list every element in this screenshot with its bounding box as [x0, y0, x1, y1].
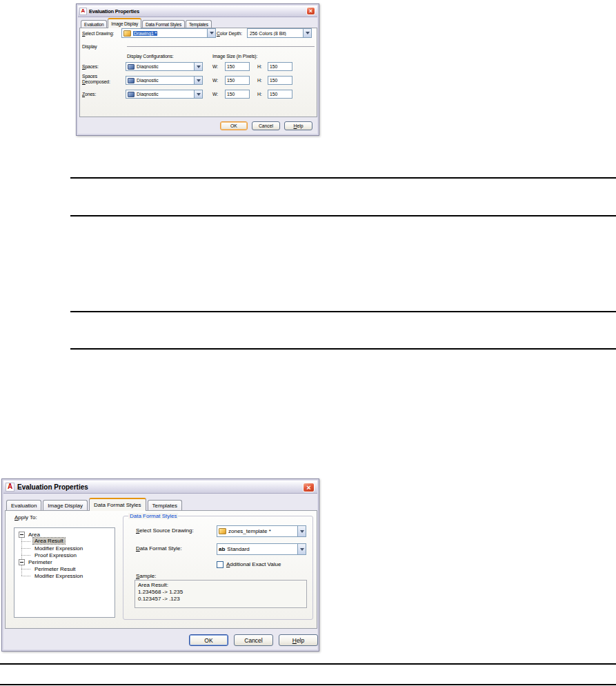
combo-dropdown-button[interactable] [194, 77, 202, 84]
tree-item-perimeter-result[interactable]: Perimeter Result [34, 566, 76, 572]
spaces-height-input[interactable] [268, 62, 292, 71]
tree-connector [21, 576, 30, 576]
additional-exact-value-label: Additional Exact Value [226, 562, 281, 568]
document-rule-3 [70, 311, 616, 312]
dialog-titlebar[interactable]: A Evaluation Properties × [3, 481, 317, 494]
sample-preview-box: Area Result: 1.234568 -> 1.235 0.123457 … [135, 580, 307, 608]
select-drawing-combo[interactable]: Drawing1 * [121, 28, 216, 38]
combo-dropdown-button[interactable] [303, 29, 311, 37]
display-configuration-icon [128, 78, 135, 83]
combo-dropdown-button[interactable] [207, 29, 215, 37]
source-drawing-value: zones_template * [228, 528, 297, 534]
dialog-titlebar[interactable]: A Evaluation Properties × [78, 6, 317, 17]
width-label: W: [212, 92, 218, 97]
display-configuration-icon [128, 64, 135, 70]
data-format-style-label: Data Format Style: [136, 546, 182, 552]
zones-height-input[interactable] [268, 90, 292, 99]
spaces-config-combo[interactable]: Diagnostic [126, 62, 203, 71]
tree-connector [21, 555, 30, 556]
color-depth-value: 256 Colors (8 Bit) [248, 31, 303, 36]
tree-connector [21, 569, 30, 569]
collapse-icon-area[interactable] [19, 532, 25, 538]
data-format-styles-group-label: Data Format Styles [128, 513, 178, 519]
tree-item-modifier-expression[interactable]: Modifier Expression [34, 545, 83, 552]
zones-config-combo[interactable]: Diagnostic [126, 90, 203, 99]
display-section-label: Display [82, 44, 97, 49]
spaces-decomposed-config-combo[interactable]: Diagnostic [126, 76, 203, 85]
ab-text-style-icon: ab [219, 546, 225, 552]
close-icon: × [306, 483, 310, 492]
document-rule-6 [0, 684, 616, 685]
sample-line: Area Result: [138, 582, 304, 589]
color-depth-label: Color Depth: [217, 31, 242, 36]
display-configurations-header: Display Configurations: [127, 54, 174, 59]
document-page: A Evaluation Properties × Evaluation Ima… [0, 0, 616, 686]
cancel-button[interactable]: Cancel [252, 121, 280, 130]
height-label: H: [257, 92, 262, 97]
tab-strip: Evaluation Image Display Data Format Sty… [81, 19, 212, 28]
dialog-title: Evaluation Properties [89, 8, 139, 14]
apply-to-label: Apply To: [14, 515, 37, 521]
width-label: W: [212, 78, 218, 83]
apply-to-tree[interactable]: Area Area Result Modifier Expression Pro… [14, 527, 115, 618]
evaluation-properties-dialog-data-format-styles: A Evaluation Properties × Evaluation Ima… [1, 478, 319, 652]
tab-data-format-styles[interactable]: Data Format Styles [89, 498, 146, 511]
tab-image-display[interactable]: Image Display [43, 500, 88, 511]
zones-config-value: Diagnostic [137, 92, 194, 97]
height-label: H: [257, 78, 262, 83]
spaces-label: Spaces: [82, 64, 99, 69]
sample-line: 0.123457 -> .123 [138, 596, 304, 603]
app-icon: A [79, 8, 87, 15]
select-source-drawing-label: Select Source Drawing: [136, 528, 194, 534]
combo-dropdown-button[interactable] [297, 544, 306, 554]
display-configuration-icon [128, 92, 135, 97]
cancel-button[interactable]: Cancel [234, 634, 273, 646]
tab-image-display[interactable]: Image Display [108, 18, 141, 28]
collapse-icon-perimeter[interactable] [19, 559, 25, 565]
tab-templates[interactable]: Templates [148, 500, 182, 511]
chevron-down-icon [197, 79, 201, 82]
format-style-value: Standard [227, 546, 297, 552]
additional-exact-value-checkbox[interactable] [217, 561, 223, 568]
ok-button[interactable]: OK [220, 121, 248, 130]
sample-line: 1.234568 -> 1.235 [138, 589, 304, 596]
spaces-decomposed-label-2: Decomposed: [82, 79, 110, 84]
close-button[interactable]: × [306, 7, 315, 15]
display-section-separator [127, 46, 315, 47]
chevron-down-icon [210, 32, 214, 34]
document-rule-2 [70, 215, 616, 216]
help-button[interactable]: Help [279, 634, 318, 646]
help-button[interactable]: Help [284, 121, 312, 130]
close-button[interactable]: × [303, 483, 315, 492]
select-source-drawing-combo[interactable]: zones_template * [217, 525, 306, 537]
chevron-down-icon [197, 93, 201, 96]
sample-label: Sample: [136, 574, 156, 580]
ok-button[interactable]: OK [189, 634, 228, 646]
zones-label: Zones: [82, 92, 96, 97]
tree-item-modifier-expression-2[interactable]: Modifier Expression [34, 573, 83, 579]
tree-item-perimeter[interactable]: Perimeter [28, 559, 52, 565]
tree-item-proof-expression[interactable]: Proof Expression [34, 552, 77, 558]
combo-dropdown-button[interactable] [194, 90, 202, 98]
tab-evaluation[interactable]: Evaluation [6, 500, 41, 511]
zones-width-input[interactable] [225, 90, 250, 99]
width-label: W: [212, 64, 218, 69]
tree-item-area[interactable]: Area [28, 532, 40, 538]
evaluation-properties-dialog-image-display: A Evaluation Properties × Evaluation Ima… [76, 3, 319, 136]
spaces-decomposed-height-input[interactable] [268, 76, 292, 85]
app-icon: A [6, 483, 14, 492]
spaces-width-input[interactable] [225, 62, 250, 71]
chevron-down-icon [300, 548, 304, 551]
chevron-down-icon [300, 530, 304, 533]
color-depth-combo[interactable]: 256 Colors (8 Bit) [247, 28, 312, 38]
data-format-style-combo[interactable]: ab Standard [217, 543, 306, 555]
close-icon: × [309, 8, 312, 14]
tree-item-area-result[interactable]: Area Result [33, 538, 65, 544]
select-drawing-value: Drawing1 * [133, 31, 157, 36]
spaces-decomposed-width-input[interactable] [225, 76, 250, 85]
image-size-header: Image Size (in Pixels): [212, 54, 257, 59]
document-rule-4 [70, 348, 616, 350]
combo-dropdown-button[interactable] [297, 526, 306, 536]
combo-dropdown-button[interactable] [194, 63, 202, 70]
dialog-title: Evaluation Properties [17, 483, 88, 491]
